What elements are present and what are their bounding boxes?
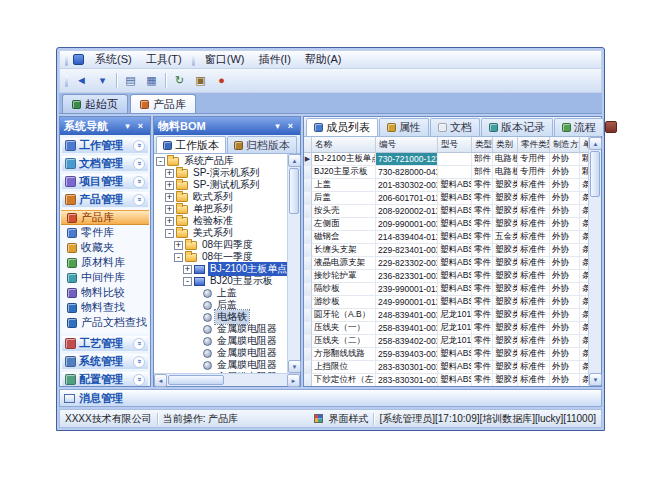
menu-plugins[interactable]: 插件(I) (251, 50, 297, 69)
table-row-17[interactable]: 上挡限位283-830301-00X塑料ABS零件塑胶类标准件外协条 (304, 361, 588, 374)
back-icon[interactable]: ◄ (71, 71, 92, 91)
message-panel-bar[interactable]: 消息管理 (59, 389, 602, 407)
column-header-4[interactable]: 类型 (472, 137, 493, 153)
bom-tab-working-version[interactable]: 工作版本 (156, 136, 226, 153)
table-vertical-scrollbar[interactable]: ▲ ▼ (588, 137, 601, 386)
collapse-icon[interactable]: - (174, 253, 183, 262)
table-row-9[interactable]: 液晶电源支架229-823302-00X塑料ABS零件塑胶类标准件外协条 (304, 257, 588, 270)
collapse-icon[interactable]: - (156, 157, 165, 166)
table-row-15[interactable]: 压线夹（二）258-839402-00X尼龙1010零件塑胶类标准件外协条 (304, 335, 588, 348)
column-header-6[interactable]: 零件类型 (518, 137, 550, 153)
nav-section-system[interactable]: 系统管理» (61, 353, 149, 370)
table-row-4[interactable]: 后盖206-601701-01X塑料ABS零件塑胶类标准件外协条 (304, 192, 588, 205)
chevron-down-icon[interactable]: » (133, 176, 145, 188)
row-selector[interactable] (304, 270, 312, 283)
table-row-7[interactable]: 磁钢盒214-839404-01X塑料ABS零件五金类标准件外协条 (304, 231, 588, 244)
doc-tab-start-page[interactable]: 起始页 (62, 94, 128, 113)
tab-overflow-button[interactable] (605, 121, 617, 133)
expand-icon[interactable]: + (165, 193, 174, 202)
row-selector[interactable] (304, 218, 312, 231)
menu-system[interactable]: 系统(S) (88, 50, 139, 69)
menubar-grip-2[interactable] (192, 54, 195, 66)
bom-tree-horizontal-scrollbar[interactable]: ◄ ► (154, 373, 300, 386)
table-row-12[interactable]: 游纱板249-990001-01X塑料ABS零件塑胶类标准件外协条 (304, 296, 588, 309)
lock-icon[interactable]: ▣ (190, 71, 211, 91)
toolbar-grip[interactable] (65, 75, 68, 87)
row-selector[interactable] (304, 205, 312, 218)
chevron-down-icon[interactable]: » (133, 194, 145, 206)
refresh-icon[interactable]: ↻ (169, 71, 190, 91)
row-selector[interactable] (304, 374, 312, 386)
tab-properties[interactable]: 属性 (379, 118, 429, 136)
nav-item-middleware-library[interactable]: 中间件库 (61, 270, 149, 285)
nav-item-product-doc-search[interactable]: 产品文档查找 (61, 315, 149, 330)
table-row-11[interactable]: 隔纱板239-990001-01X塑料ABS零件塑胶类标准件外协条 (304, 283, 588, 296)
chevron-down-icon[interactable]: » (133, 338, 145, 350)
row-selector[interactable] (304, 231, 312, 244)
tab-workflow[interactable]: 流程 (554, 118, 604, 136)
row-selector[interactable] (304, 192, 312, 205)
table-row-10[interactable]: 接纱轮护罩236-823301-00X塑料ABS零件塑胶类标准件外协条 (304, 270, 588, 283)
chevron-down-icon[interactable]: » (133, 356, 145, 368)
row-selector[interactable] (304, 296, 312, 309)
tab-member-list[interactable]: 成员列表 (306, 118, 378, 136)
row-selector[interactable] (304, 335, 312, 348)
table-row-5[interactable]: 按头壳208-920002-01X塑料ABS零件塑胶类标准件外协条 (304, 205, 588, 218)
row-selector[interactable] (304, 309, 312, 322)
table-row-6[interactable]: 左侧面209-990001-00X塑料ABS零件塑胶类标准件外协条 (304, 218, 588, 231)
nav-item-product-library[interactable]: 产品库 (61, 210, 149, 225)
expand-icon[interactable]: + (165, 217, 174, 226)
nav-section-project[interactable]: 项目管理» (61, 173, 149, 190)
nav-section-config[interactable]: 配置管理» (61, 371, 149, 386)
nav-item-raw-materials[interactable]: 原材料库 (61, 255, 149, 270)
menu-tools[interactable]: 工具(T) (139, 50, 189, 69)
table-row-8[interactable]: 长缠头支架229-823401-00X塑料ABS零件塑胶类标准件外协条 (304, 244, 588, 257)
row-selector[interactable] (304, 361, 312, 374)
back-dropdown-icon[interactable]: ▾ (92, 71, 113, 91)
nav-section-process[interactable]: 工艺管理» (61, 335, 149, 352)
nav-item-material-compare[interactable]: 物料比较 (61, 285, 149, 300)
expand-icon[interactable]: + (165, 169, 174, 178)
ui-style-icon[interactable] (314, 414, 323, 423)
column-header-5[interactable]: 类别 (493, 137, 518, 153)
scroll-up-icon[interactable]: ▲ (589, 137, 602, 150)
nav-item-favorites[interactable]: 收藏夹 (61, 240, 149, 255)
menu-help[interactable]: 帮助(A) (298, 50, 349, 69)
table-row-1[interactable]: ▶BJ-2100主板单点730-721000-12X部件电路板专用件外协颗 (304, 153, 588, 166)
expand-icon[interactable]: + (165, 181, 174, 190)
column-header-1[interactable]: 名称 (312, 137, 376, 153)
expand-icon[interactable]: + (183, 265, 192, 274)
row-selector[interactable] (304, 166, 312, 179)
chevron-down-icon[interactable]: » (133, 158, 145, 170)
nav-section-work[interactable]: 工作管理» (61, 137, 149, 154)
row-selector[interactable] (304, 257, 312, 270)
nav-section-docs[interactable]: 文档管理» (61, 155, 149, 172)
expand-icon[interactable]: + (165, 205, 174, 214)
chevron-down-icon[interactable]: » (133, 140, 145, 152)
row-selector[interactable] (304, 322, 312, 335)
scroll-down-icon[interactable]: ▼ (288, 360, 301, 373)
scroll-up-icon[interactable]: ▲ (288, 154, 301, 167)
column-header-7[interactable]: 制造方式 (550, 137, 580, 153)
autohide-pin-icon[interactable]: ▾ (272, 121, 283, 132)
row-selector[interactable] (304, 283, 312, 296)
new-document-icon[interactable]: ▤ (120, 71, 141, 91)
bom-tab-archived-version[interactable]: 归档版本 (227, 136, 297, 153)
chevron-down-icon[interactable]: » (133, 374, 145, 386)
menubar-grip[interactable] (65, 54, 68, 66)
scroll-thumb[interactable] (590, 151, 600, 197)
table-row-13[interactable]: 圆牙轮（A.B）248-839401-00X尼龙1010零件塑胶类标准件外协条 (304, 309, 588, 322)
close-icon[interactable]: × (135, 121, 146, 132)
column-header-2[interactable]: 编号 (376, 137, 438, 153)
table-row-18[interactable]: 下纱定位杆（左）283-830301-00X塑料ABS零件塑胶类标准件外协条 (304, 374, 588, 386)
autohide-pin-icon[interactable]: ▾ (122, 121, 133, 132)
scroll-right-icon[interactable]: ► (287, 374, 300, 387)
ui-style-label[interactable]: 界面样式 (328, 412, 368, 426)
column-header-8[interactable]: 单位 (580, 137, 588, 153)
grid-view-icon[interactable]: ▦ (141, 71, 162, 91)
row-selector[interactable]: ▶ (304, 153, 312, 166)
expand-icon[interactable]: + (174, 241, 183, 250)
nav-item-parts-library[interactable]: 零件库 (61, 225, 149, 240)
collapse-icon[interactable]: - (165, 229, 174, 238)
scroll-down-icon[interactable]: ▼ (589, 373, 602, 386)
